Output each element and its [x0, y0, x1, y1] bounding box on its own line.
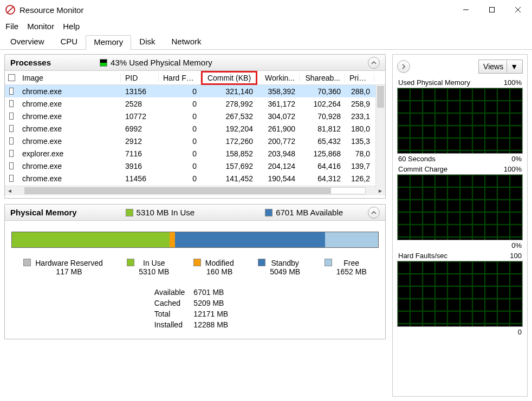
tab-memory[interactable]: Memory: [86, 35, 131, 50]
select-all-checkbox[interactable]: [8, 74, 15, 81]
table-row[interactable]: chrome.exe25280278,992361,172102,264258,…: [5, 97, 385, 110]
legend-value: 5049 MB: [270, 267, 300, 276]
table-row[interactable]: explorer.exe71160158,852203,948125,86878…: [5, 147, 385, 160]
processes-header[interactable]: Processes 43% Used Physical Memory: [5, 55, 385, 71]
row-checkbox[interactable]: [9, 162, 14, 169]
chart-max: 100%: [504, 78, 522, 87]
col-working[interactable]: Workin...: [257, 74, 300, 82]
row-checkbox[interactable]: [9, 113, 14, 120]
cell-pid: 6992: [121, 124, 159, 133]
cell-image: chrome.exe: [18, 87, 121, 96]
col-hardfaults[interactable]: Hard Fa...: [159, 74, 201, 82]
table-row[interactable]: chrome.exe69920192,204261,90081,812180,0: [5, 122, 385, 135]
cell-share: 65,432: [300, 137, 345, 146]
chart-commit-charge: Commit Charge100%0%: [397, 164, 523, 251]
chart-xlabel: 60 Seconds: [398, 155, 436, 163]
cell-priv: 288,0: [345, 87, 374, 96]
app-icon: [5, 5, 15, 15]
cell-working: 361,172: [257, 100, 300, 108]
col-shareable[interactable]: Shareab...: [300, 74, 345, 82]
menu-file[interactable]: File: [5, 22, 18, 31]
cell-working: 304,072: [257, 112, 300, 121]
legend-label: Standby: [271, 259, 299, 267]
cell-working: 200,772: [257, 137, 300, 146]
physical-memory-header[interactable]: Physical Memory 5310 MB In Use 6701 MB A…: [5, 205, 385, 221]
horizontal-scrollbar[interactable]: ◄ ►: [5, 186, 385, 195]
legend-value: 5310 MB: [139, 267, 169, 276]
physical-memory-panel: Physical Memory 5310 MB In Use 6701 MB A…: [4, 204, 386, 339]
chart-max: 100: [510, 252, 522, 260]
inuse-swatch-icon: [126, 209, 133, 216]
cell-pid: 2912: [121, 137, 159, 146]
table-row[interactable]: chrome.exe39160157,692204,12464,416139,7: [5, 160, 385, 172]
table-row[interactable]: chrome.exe29120172,260200,77265,432135,3: [5, 135, 385, 147]
vertical-scrollbar[interactable]: [375, 85, 385, 188]
summary-value: 12288 MB: [193, 320, 236, 330]
cell-pid: 3916: [121, 162, 159, 170]
cell-image: chrome.exe: [18, 100, 121, 108]
tab-network[interactable]: Network: [164, 35, 210, 49]
legend-swatch-icon: [23, 259, 31, 266]
chart-min: 0%: [511, 241, 522, 249]
table-row[interactable]: chrome.exe131560321,140358,39270,360288,…: [5, 85, 385, 97]
cell-hf: 0: [159, 87, 201, 96]
cell-image: chrome.exe: [18, 112, 121, 121]
cell-priv: 78,0: [345, 149, 374, 158]
tab-disk[interactable]: Disk: [131, 35, 163, 49]
cell-priv: 139,7: [345, 162, 374, 170]
cell-commit: 321,140: [201, 87, 257, 96]
col-commit[interactable]: Commit (KB): [201, 71, 257, 85]
table-row[interactable]: chrome.exe114560141,452190,54464,312126,…: [5, 172, 385, 185]
col-image[interactable]: Image: [18, 74, 121, 82]
col-pid[interactable]: PID: [121, 74, 159, 82]
collapse-processes-icon[interactable]: [368, 57, 380, 69]
cell-priv: 135,3: [345, 137, 374, 146]
legend-item: Hardware Reserved117 MB: [23, 259, 103, 276]
summary-value: 6701 MB: [193, 288, 236, 298]
legend-item: In Use5310 MB: [127, 259, 169, 276]
sidebar-expand-button[interactable]: [397, 60, 410, 73]
cell-pid: 2528: [121, 100, 159, 108]
cell-priv: 258,9: [345, 100, 374, 108]
cell-priv: 233,1: [345, 112, 374, 121]
process-table-body: chrome.exe131560321,140358,39270,360288,…: [5, 85, 385, 186]
titlebar: Resource Monitor: [0, 0, 532, 19]
summary-key: Installed: [154, 320, 193, 330]
scroll-left-icon[interactable]: ◄: [5, 186, 15, 195]
menubar: File Monitor Help: [0, 19, 532, 32]
chart-title: Hard Faults/sec: [398, 252, 447, 260]
minimize-button[interactable]: [453, 1, 479, 18]
maximize-button[interactable]: [479, 1, 505, 18]
row-checkbox[interactable]: [9, 125, 14, 132]
legend-label: In Use: [143, 259, 165, 267]
chart-canvas: [397, 174, 523, 240]
cell-image: chrome.exe: [18, 137, 121, 146]
chevron-down-icon: ▼: [510, 62, 518, 71]
collapse-physical-memory-icon[interactable]: [368, 207, 380, 219]
views-dropdown[interactable]: Views ▼: [478, 60, 523, 74]
summary-key: Cached: [154, 299, 193, 308]
tab-overview[interactable]: Overview: [2, 35, 53, 49]
col-private[interactable]: Privat...: [345, 74, 374, 82]
svg-rect-1: [490, 8, 495, 12]
close-button[interactable]: [505, 1, 531, 18]
chart-hard-faults-sec: Hard Faults/sec1000: [397, 251, 523, 337]
row-checkbox[interactable]: [9, 100, 14, 107]
cell-image: explorer.exe: [18, 149, 121, 158]
row-checkbox[interactable]: [9, 150, 14, 157]
views-label: Views: [483, 62, 503, 71]
cell-commit: 267,532: [201, 112, 257, 121]
row-checkbox[interactable]: [9, 137, 14, 144]
cell-image: chrome.exe: [18, 162, 121, 170]
row-checkbox[interactable]: [9, 175, 14, 182]
menu-help[interactable]: Help: [63, 22, 80, 31]
table-row[interactable]: chrome.exe107720267,532304,07270,928233,…: [5, 110, 385, 122]
cell-hf: 0: [159, 112, 201, 121]
row-checkbox[interactable]: [9, 88, 14, 95]
tab-cpu[interactable]: CPU: [53, 35, 86, 49]
mem-segment-free: [325, 232, 378, 247]
menu-monitor[interactable]: Monitor: [27, 22, 54, 31]
summary-key: Available: [154, 288, 193, 298]
charts-sidebar: Views ▼ Used Physical Memory100%60 Secon…: [392, 54, 528, 397]
cell-image: chrome.exe: [18, 174, 121, 183]
